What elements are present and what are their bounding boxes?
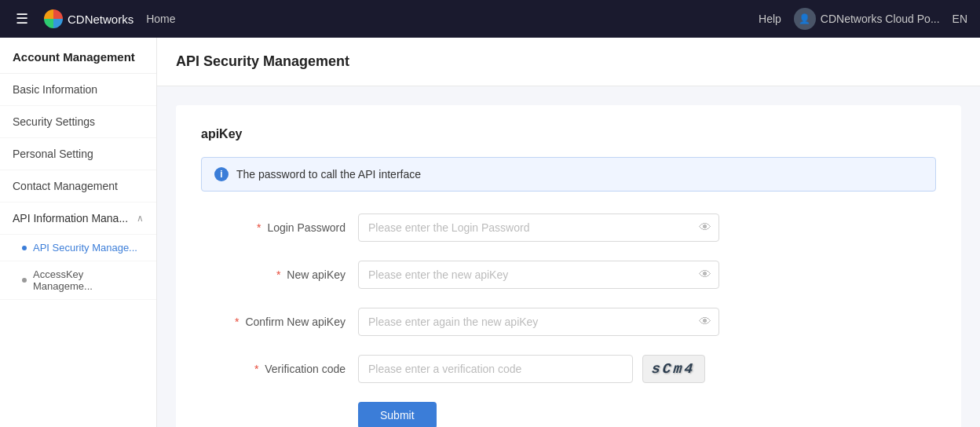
new-apikey-input-wrap: 👁 <box>358 261 719 289</box>
logo: CDNetworks <box>44 9 133 28</box>
captcha-text: sCm4 <box>652 361 697 377</box>
main-layout: Account Management Basic Information Sec… <box>0 38 980 427</box>
confirm-apikey-input-wrap: 👁 <box>358 308 719 336</box>
sidebar-item-api-information[interactable]: API Information Mana... ∧ <box>0 203 156 235</box>
sidebar-item-label: Personal Setting <box>13 148 93 160</box>
verification-code-row: * Verification code sCm4 <box>201 355 936 383</box>
verification-code-input[interactable] <box>358 355 633 383</box>
content-area: API Security Management apiKey i The pas… <box>157 38 980 427</box>
required-star: * <box>276 268 280 281</box>
sidebar-item-personal-setting[interactable]: Personal Setting <box>0 138 156 170</box>
verification-code-label: * Verification code <box>201 363 358 375</box>
logo-icon <box>44 9 63 28</box>
user-label: CDNetworks Cloud Po... <box>821 13 940 25</box>
card-section-title: apiKey <box>201 127 936 141</box>
help-link[interactable]: Help <box>759 13 781 25</box>
active-dot-icon <box>22 246 27 250</box>
eye-toggle-icon[interactable]: 👁 <box>699 315 711 329</box>
sidebar: Account Management Basic Information Sec… <box>0 38 157 427</box>
sidebar-item-basic-information[interactable]: Basic Information <box>0 74 156 106</box>
sidebar-sub-item-api-security[interactable]: API Security Manage... <box>0 235 156 261</box>
submit-row: Submit <box>201 402 936 427</box>
home-link[interactable]: Home <box>146 13 175 25</box>
logo-text: CDNetworks <box>68 13 133 26</box>
confirm-apikey-label: * Confirm New apiKey <box>201 316 358 328</box>
hamburger-menu-icon[interactable]: ☰ <box>13 10 31 27</box>
main-card: apiKey i The password to call the API in… <box>176 105 961 427</box>
required-star: * <box>257 221 261 234</box>
info-banner: i The password to call the API interface <box>201 157 936 192</box>
page-body: apiKey i The password to call the API in… <box>157 86 980 427</box>
sidebar-sub-item-label: API Security Manage... <box>33 242 137 254</box>
user-menu[interactable]: 👤 CDNetworks Cloud Po... <box>794 8 940 30</box>
sidebar-item-contact-management[interactable]: Contact Management <box>0 170 156 203</box>
required-star: * <box>254 363 258 375</box>
new-apikey-input[interactable] <box>358 261 719 289</box>
confirm-apikey-input[interactable] <box>358 308 719 336</box>
sidebar-sub-item-label: AccessKey Manageme... <box>33 268 144 292</box>
login-password-input-wrap: 👁 <box>358 214 719 242</box>
new-apikey-row: * New apiKey 👁 <box>201 261 936 289</box>
required-star: * <box>235 316 239 328</box>
sidebar-section-title: Account Management <box>0 38 156 74</box>
info-icon: i <box>214 167 229 181</box>
language-selector[interactable]: EN <box>953 13 967 25</box>
topnav-right: Help 👤 CDNetworks Cloud Po... EN <box>759 8 967 30</box>
sidebar-item-label: Basic Information <box>13 83 97 96</box>
chevron-up-icon: ∧ <box>137 213 144 224</box>
page-title: API Security Management <box>157 38 980 86</box>
eye-toggle-icon[interactable]: 👁 <box>699 221 711 235</box>
submit-button[interactable]: Submit <box>358 402 437 427</box>
sidebar-item-label: Security Settings <box>13 115 95 128</box>
info-banner-text: The password to call the API interface <box>236 168 421 181</box>
captcha-image[interactable]: sCm4 <box>642 355 705 383</box>
avatar: 👤 <box>794 8 816 30</box>
sidebar-item-label: API Information Mana... <box>13 212 128 224</box>
sidebar-item-security-settings[interactable]: Security Settings <box>0 106 156 138</box>
top-navigation: ☰ CDNetworks Home Help 👤 CDNetworks Clou… <box>0 0 980 38</box>
sidebar-sub-item-accesskey[interactable]: AccessKey Manageme... <box>0 261 156 300</box>
inactive-dot-icon <box>22 278 27 283</box>
eye-toggle-icon[interactable]: 👁 <box>699 268 711 282</box>
captcha-row: sCm4 <box>358 355 705 383</box>
login-password-label: * Login Password <box>201 221 358 234</box>
login-password-input[interactable] <box>358 214 719 242</box>
new-apikey-label: * New apiKey <box>201 268 358 281</box>
sidebar-item-label: Contact Management <box>13 180 118 192</box>
login-password-row: * Login Password 👁 <box>201 214 936 242</box>
confirm-apikey-row: * Confirm New apiKey 👁 <box>201 308 936 336</box>
